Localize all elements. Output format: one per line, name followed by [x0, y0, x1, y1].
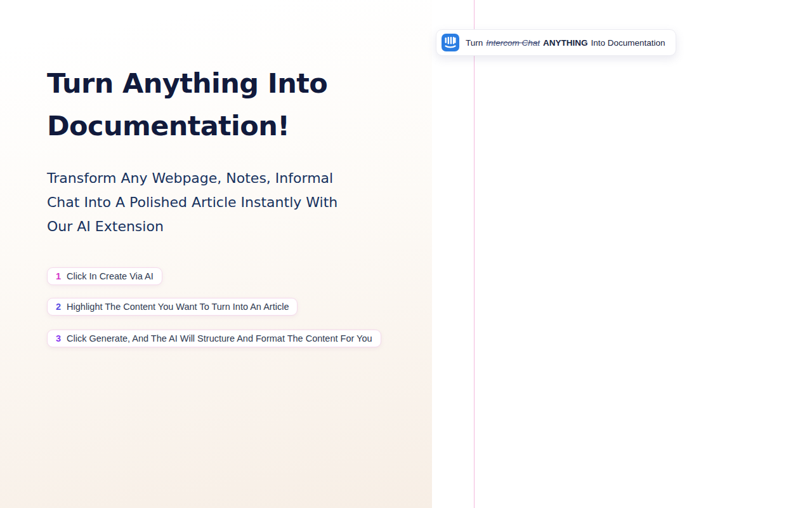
step-3-label: Click Generate, And The AI Will Structur…	[67, 333, 372, 344]
hero-subtitle: Transform Any Webpage, Notes, Informal C…	[47, 166, 337, 239]
helpjuice-extension-landing: Turn Anything Into Documentation! Transf…	[0, 0, 812, 508]
banner-prefix: Turn	[466, 38, 483, 48]
step-3-pill: 3 Click Generate, And The AI Will Struct…	[47, 330, 381, 347]
turn-anything-banner: Turn Intercom Chat ANYTHING Into Documen…	[436, 29, 676, 56]
step-3-number: 3	[56, 333, 61, 344]
banner-struck-text: Intercom Chat	[486, 38, 540, 48]
hero-subtitle-line2: Chat Into A Polished Article Instantly W…	[47, 190, 337, 215]
banner-suffix: Into Documentation	[591, 38, 665, 48]
page-title-line2: Documentation!	[47, 105, 327, 147]
step-1-label: Click In Create Via AI	[67, 271, 154, 281]
step-1-number: 1	[56, 271, 61, 281]
step-2-pill: 2 Highlight The Content You Want To Turn…	[47, 298, 298, 316]
banner-text: Turn Intercom Chat ANYTHING Into Documen…	[466, 38, 665, 48]
banner-emphasis: ANYTHING	[543, 38, 588, 48]
page-title: Turn Anything Into Documentation!	[47, 62, 327, 147]
page-title-line1: Turn Anything Into	[47, 62, 327, 105]
step-2-number: 2	[56, 302, 61, 312]
intercom-icon	[441, 33, 460, 52]
intercom-chat-mockup: Bob Hey There! I'm Working On Our Custom…	[474, 0, 812, 508]
hero-section: Turn Anything Into Documentation! Transf…	[0, 0, 434, 508]
step-1-pill: 1 Click In Create Via AI	[47, 267, 162, 285]
integrations-strip: 945+ Other Sources	[432, 0, 474, 508]
hero-subtitle-line3: Our AI Extension	[47, 215, 337, 239]
hero-subtitle-line1: Transform Any Webpage, Notes, Informal	[47, 166, 337, 190]
step-2-label: Highlight The Content You Want To Turn I…	[67, 302, 289, 312]
